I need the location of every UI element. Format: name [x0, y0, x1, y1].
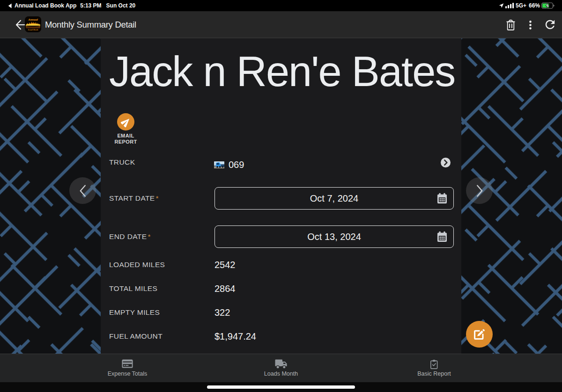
end-date-label: END DATE* — [109, 232, 151, 241]
customer-name: Jack n Ren'e Bates — [109, 51, 455, 93]
chevron-left-icon — [77, 184, 89, 198]
app-logo: Annual Load Book — [25, 16, 41, 32]
return-to-app[interactable]: Annual Load Book App — [8, 2, 76, 9]
email-report-label-line2: REPORT — [101, 139, 151, 145]
nav-icon-wrap — [275, 358, 288, 369]
nav-expense-totals[interactable]: Expense Totals — [90, 354, 165, 383]
end-date-input[interactable]: Oct 13, 2024 — [214, 225, 454, 248]
home-strip — [0, 382, 562, 392]
status-bar: Annual Load Book App 5:13 PM Sun Oct 20 … — [0, 0, 562, 11]
truck-number: 069 — [229, 160, 244, 170]
truck-photo — [214, 161, 224, 168]
previous-button[interactable] — [69, 177, 96, 204]
page-title: Monthly Summary Detail — [45, 11, 136, 38]
loaded-miles-value: 2542 — [214, 260, 236, 270]
email-report-label: EMAIL REPORT — [101, 133, 151, 145]
loaded-miles-label: LOADED MILES — [109, 261, 165, 269]
screen: Annual Load Book App 5:13 PM Sun Oct 20 … — [0, 0, 562, 392]
chevron-right-icon — [473, 184, 486, 198]
app-logo-top-text: Annual — [28, 18, 38, 21]
fuel-amount-label: FUEL AMOUNT — [109, 332, 163, 341]
edit-icon — [473, 328, 486, 341]
email-circle — [117, 113, 134, 131]
required-asterisk: * — [147, 232, 150, 240]
app-bar: Annual Load Book Monthly Summary Detail — [0, 11, 562, 38]
empty-miles-label: EMPTY MILES — [109, 308, 160, 317]
edit-fab[interactable] — [466, 321, 493, 348]
back-to-app-triangle-icon — [8, 3, 12, 8]
home-indicator[interactable] — [207, 385, 355, 389]
required-asterisk: * — [155, 194, 159, 202]
credit-card-icon — [122, 359, 133, 368]
clipboard-check-icon — [430, 360, 438, 369]
location-icon — [499, 3, 504, 8]
status-date: Sun Oct 20 — [106, 2, 136, 9]
fuel-amount-value: $1,947.24 — [214, 331, 256, 342]
status-time: 5:13 PM — [80, 2, 101, 9]
menu-button[interactable] — [520, 11, 540, 38]
truck-chevron-icon[interactable] — [441, 158, 451, 167]
network-type: 5G+ — [516, 2, 526, 9]
nav-label: Basic Report — [417, 370, 451, 377]
bottom-nav: Expense Totals Loads Month — [0, 354, 562, 382]
total-miles-label: TOTAL MILES — [109, 284, 157, 293]
nav-label: Loads Month — [264, 370, 298, 377]
refresh-button[interactable] — [540, 11, 560, 38]
nav-label: Expense Totals — [108, 370, 148, 377]
refresh-icon — [543, 18, 557, 31]
battery-percent: 66% — [529, 2, 540, 9]
start-date-label: START DATE* — [109, 194, 159, 203]
cell-signal-icon — [505, 3, 514, 8]
end-date-value: Oct 13, 2024 — [307, 232, 361, 242]
calendar-icon — [437, 231, 447, 242]
start-date-input[interactable]: Oct 7, 2024 — [214, 187, 454, 210]
end-date-label-text: END DATE — [109, 232, 147, 240]
detail-panel: Jack n Ren'e Bates EMAIL REPORT TRUCK — [101, 38, 461, 354]
start-date-value: Oct 7, 2024 — [310, 193, 358, 204]
nav-basic-report[interactable]: Basic Report — [397, 354, 472, 383]
main-content: Jack n Ren'e Bates EMAIL REPORT TRUCK — [0, 38, 562, 354]
battery-charging-icon — [541, 2, 555, 9]
app-logo-bottom-text: Load Book — [28, 29, 38, 31]
calendar-icon — [437, 193, 447, 204]
return-app-label: Annual Load Book App — [15, 2, 76, 9]
truck-value-row[interactable]: 069 — [214, 161, 244, 168]
delete-button[interactable] — [501, 11, 520, 38]
nav-loads-month[interactable]: Loads Month — [244, 354, 318, 383]
nav-icon-wrap — [430, 358, 438, 369]
send-icon — [121, 117, 131, 127]
email-report-label-line1: EMAIL — [101, 133, 151, 139]
truck-label: TRUCK — [109, 158, 135, 167]
truck-icon — [275, 359, 288, 370]
total-miles-value: 2864 — [214, 283, 236, 294]
start-date-label-text: START DATE — [109, 194, 155, 202]
email-report-button[interactable]: EMAIL REPORT — [101, 113, 151, 145]
kebab-menu-icon — [529, 21, 532, 29]
nav-icon-wrap — [122, 358, 133, 369]
empty-miles-value: 322 — [214, 307, 230, 318]
next-button[interactable] — [466, 177, 493, 204]
trash-icon — [506, 20, 516, 30]
